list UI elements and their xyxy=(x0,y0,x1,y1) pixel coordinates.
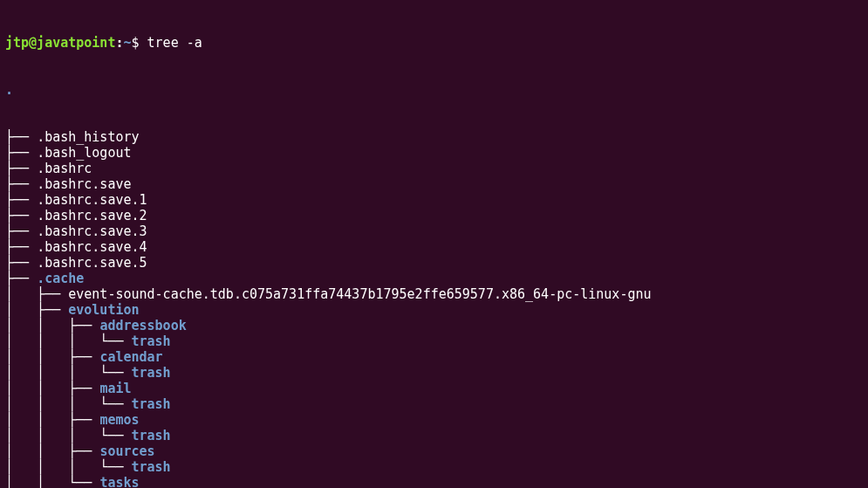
tree-dir-name: calendar xyxy=(99,349,162,365)
tree-row: ├── .bashrc xyxy=(5,161,863,176)
tree-dir-name: addressbook xyxy=(99,318,186,333)
prompt-line[interactable]: jtp@javatpoint:~$ tree -a xyxy=(5,35,863,51)
tree-row: │ │ ├── sources xyxy=(5,443,863,459)
terminal-window[interactable]: jtp@javatpoint:~$ tree -a . ├── .bash_hi… xyxy=(0,0,868,488)
tree-row: │ │ ├── calendar xyxy=(5,349,863,365)
tree-prefix: ├── xyxy=(5,161,37,176)
tree-prefix: │ │ ├── xyxy=(5,318,99,333)
tree-file-name: .bashrc xyxy=(37,161,92,176)
tree-dir-name: trash xyxy=(132,365,171,381)
tree-dir-name: sources xyxy=(99,443,154,459)
tree-row: │ ├── evolution xyxy=(5,302,863,318)
tree-row: │ │ ├── mail xyxy=(5,381,863,396)
tree-prefix: ├── xyxy=(5,129,37,145)
tree-prefix: ├── xyxy=(5,176,37,192)
tree-output: ├── .bash_history├── .bash_logout├── .ba… xyxy=(5,129,863,488)
tree-row: │ │ ├── memos xyxy=(5,412,863,428)
tree-dir-name: trash xyxy=(132,396,171,412)
tree-prefix: │ │ │ └── xyxy=(5,365,132,381)
tree-row: │ │ ├── addressbook xyxy=(5,318,863,333)
tree-prefix: │ │ ├── xyxy=(5,381,99,396)
tree-prefix: │ │ │ └── xyxy=(5,428,132,443)
tree-row: ├── .bashrc.save.3 xyxy=(5,223,863,239)
tree-file-name: .bashrc.save xyxy=(37,176,131,192)
tree-row: │ │ │ └── trash xyxy=(5,396,863,412)
tree-prefix: ├── xyxy=(5,192,37,208)
tree-prefix: ├── xyxy=(5,223,37,239)
tree-prefix: │ ├── xyxy=(5,302,68,318)
tree-prefix: ├── xyxy=(5,271,37,286)
tree-prefix: ├── xyxy=(5,255,37,271)
tree-row: │ │ │ └── trash xyxy=(5,459,863,475)
tree-dir-name: trash xyxy=(132,333,171,349)
tree-row: │ │ │ └── trash xyxy=(5,333,863,349)
tree-dir-name: trash xyxy=(132,459,171,475)
tree-row: ├── .bash_history xyxy=(5,129,863,145)
tree-row: ├── .bashrc.save.5 xyxy=(5,255,863,271)
tree-row: ├── .bashrc.save.2 xyxy=(5,208,863,223)
tree-prefix: ├── xyxy=(5,208,37,223)
tree-file-name: .bashrc.save.1 xyxy=(37,192,147,208)
tree-prefix: │ │ ├── xyxy=(5,349,99,365)
tree-prefix: ├── xyxy=(5,239,37,255)
tree-row: │ │ │ └── trash xyxy=(5,428,863,443)
tree-row: │ │ └── tasks xyxy=(5,475,863,488)
tree-row: │ ├── event-sound-cache.tdb.c075a731ffa7… xyxy=(5,286,863,302)
command-text: tree -a xyxy=(147,35,202,51)
tree-file-name: .bashrc.save.5 xyxy=(37,255,147,271)
tree-row: ├── .bashrc.save.1 xyxy=(5,192,863,208)
tree-dir-name: .cache xyxy=(37,271,84,286)
tree-row: │ │ │ └── trash xyxy=(5,365,863,381)
tree-file-name: .bashrc.save.4 xyxy=(37,239,147,255)
prompt-path: ~ xyxy=(123,35,131,51)
tree-dir-name: tasks xyxy=(99,475,139,488)
tree-prefix: │ │ ├── xyxy=(5,412,99,428)
prompt-dollar: $ xyxy=(132,35,147,51)
tree-file-name: .bash_history xyxy=(37,129,139,145)
tree-prefix: │ ├── xyxy=(5,286,68,302)
tree-prefix: ├── xyxy=(5,145,37,161)
prompt-user-host: jtp@javatpoint xyxy=(5,35,115,51)
tree-dir-name: trash xyxy=(132,428,171,443)
tree-row: ├── .cache xyxy=(5,271,863,286)
tree-row: ├── .bashrc.save.4 xyxy=(5,239,863,255)
tree-row: ├── .bash_logout xyxy=(5,145,863,161)
tree-dir-name: memos xyxy=(99,412,139,428)
tree-prefix: │ │ │ └── xyxy=(5,459,132,475)
tree-file-name: .bashrc.save.2 xyxy=(37,208,147,223)
tree-prefix: │ │ └── xyxy=(5,475,99,488)
tree-root-dot: . xyxy=(5,82,863,98)
tree-prefix: │ │ ├── xyxy=(5,443,99,459)
tree-prefix: │ │ │ └── xyxy=(5,333,132,349)
tree-file-name: event-sound-cache.tdb.c075a731ffa74437b1… xyxy=(68,286,651,302)
tree-row: ├── .bashrc.save xyxy=(5,176,863,192)
tree-file-name: .bash_logout xyxy=(37,145,131,161)
tree-prefix: │ │ │ └── xyxy=(5,396,132,412)
tree-dir-name: evolution xyxy=(68,302,139,318)
tree-dir-name: mail xyxy=(99,381,131,396)
tree-file-name: .bashrc.save.3 xyxy=(37,223,147,239)
